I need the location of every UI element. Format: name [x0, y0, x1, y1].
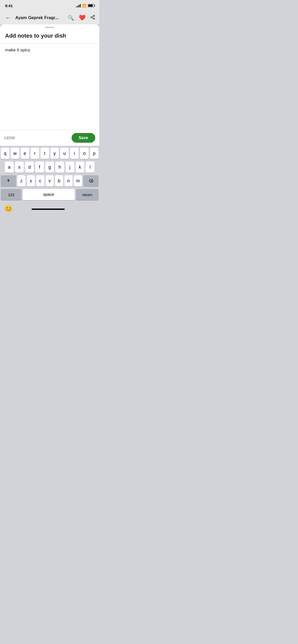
nav-actions: 🔍 ❤️: [68, 14, 95, 21]
nav-bar: ← Ayam Geprek Fragr... 🔍 ❤️: [0, 11, 99, 24]
heart-icon[interactable]: ❤️: [79, 14, 86, 21]
key-x[interactable]: x: [27, 175, 35, 186]
key-return[interactable]: return: [76, 189, 99, 200]
status-bar: 9:41 📶: [0, 0, 99, 11]
key-z[interactable]: z: [17, 175, 25, 186]
key-r[interactable]: r: [31, 148, 39, 159]
key-t[interactable]: t: [40, 148, 49, 159]
save-button[interactable]: Save: [72, 133, 95, 143]
key-backspace[interactable]: [83, 175, 99, 186]
keyboard-row-3: z x c v b n m: [1, 175, 99, 186]
nav-title: Ayam Geprek Fragr...: [15, 15, 65, 20]
share-icon[interactable]: [90, 15, 95, 21]
key-k[interactable]: k: [76, 162, 85, 173]
key-f[interactable]: f: [35, 162, 44, 173]
key-m[interactable]: m: [74, 175, 82, 186]
keyboard-row-1: q w e r t y u i o p: [1, 148, 99, 159]
notes-footer: 13/200 Save: [0, 130, 99, 146]
key-y[interactable]: y: [50, 148, 59, 159]
search-icon[interactable]: 🔍: [68, 15, 74, 21]
key-e[interactable]: e: [21, 148, 29, 159]
keyboard-row-2: a s d f g h j k l: [1, 162, 99, 173]
keyboard-row-bottom: 123 space return: [1, 189, 99, 200]
key-c[interactable]: c: [36, 175, 44, 186]
svg-line-3: [92, 18, 93, 18]
key-d[interactable]: d: [25, 162, 34, 173]
key-l[interactable]: l: [86, 162, 94, 173]
sheet-title: Add notes to your dish: [0, 28, 99, 43]
keyboard-bottom: 😊: [1, 203, 99, 214]
battery-icon: [88, 4, 94, 7]
key-j[interactable]: j: [65, 162, 74, 173]
char-count: 13/200: [4, 136, 15, 140]
key-u[interactable]: u: [60, 148, 69, 159]
key-w[interactable]: w: [11, 148, 19, 159]
keyboard: q w e r t y u i o p a s d f g h j k l z …: [0, 146, 99, 215]
key-g[interactable]: g: [45, 162, 54, 173]
bottom-sheet: Add notes to your dish make it spicy 13/…: [0, 24, 99, 146]
key-b[interactable]: b: [55, 175, 63, 186]
home-indicator: [32, 209, 65, 210]
key-a[interactable]: a: [5, 162, 14, 173]
key-shift[interactable]: [1, 175, 16, 186]
back-button[interactable]: ←: [4, 14, 12, 21]
svg-line-4: [92, 16, 93, 17]
key-i[interactable]: i: [70, 148, 79, 159]
key-v[interactable]: v: [46, 175, 54, 186]
key-s[interactable]: s: [15, 162, 24, 173]
signal-icon: [76, 4, 81, 7]
key-p[interactable]: p: [90, 148, 99, 159]
notes-input[interactable]: make it spicy: [0, 43, 99, 130]
key-h[interactable]: h: [55, 162, 64, 173]
key-numbers[interactable]: 123: [1, 189, 21, 200]
status-time: 9:41: [5, 4, 13, 8]
key-q[interactable]: q: [1, 148, 9, 159]
key-n[interactable]: n: [64, 175, 73, 186]
status-icons: 📶: [76, 4, 94, 8]
notes-container: make it spicy: [0, 43, 99, 130]
wifi-icon: 📶: [82, 4, 86, 8]
emoji-button[interactable]: 😊: [2, 204, 15, 214]
key-o[interactable]: o: [80, 148, 89, 159]
key-space[interactable]: space: [23, 189, 74, 200]
